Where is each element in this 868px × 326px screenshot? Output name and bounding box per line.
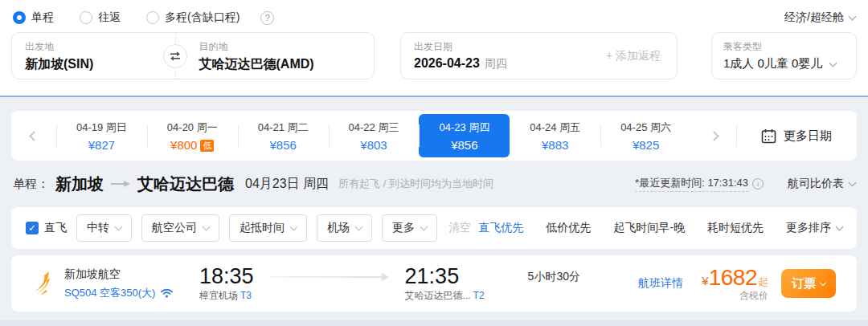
transfer-label: 中转 [87,221,109,235]
add-return-button[interactable]: + 添加返程 [606,49,661,63]
date-weekday: 周四 [485,57,507,70]
next-dates-button[interactable] [691,111,736,161]
departure-city[interactable]: 新加坡(SIN) [25,56,175,73]
singapore-airlines-logo [32,271,53,296]
chevron-down-icon [836,223,844,231]
cabin-class-dropdown[interactable]: 经济/超经舱 [784,10,855,25]
question-icon[interactable]: ? [260,11,274,25]
arrival-block: 21:35 艾哈迈达巴德...T2 [405,265,485,303]
radio-selected-icon[interactable] [13,11,26,24]
radio-multi-city[interactable]: 多程(含缺口程) [146,10,240,25]
sort-cheapest[interactable]: 低价优先 [546,221,591,235]
date-value[interactable]: 2026-04-23 [414,56,480,70]
trip-type-row: 单程 往返 多程(含缺口程) ? 经济/超经舱 [0,0,868,25]
airline-filter-label: 航空公司 [152,221,197,235]
last-updated-time: *最近更新时间: 17:31:43 [635,176,748,192]
chevron-right-icon [709,131,719,141]
date-cell-date: 04-23 周四 [439,120,489,135]
summary-from-city: 新加坡 [55,173,104,195]
date-cell-price: ¥803 [360,138,387,152]
chevron-down-icon [849,13,857,21]
swap-cities-icon[interactable] [163,44,187,68]
date-cell-selected[interactable]: 04-23 周四 ¥856 [419,114,510,157]
chevron-down-icon [290,223,298,231]
search-section: 单程 往返 多程(含缺口程) ? 经济/超经舱 出发地 新加坡(SIN) [0,0,868,97]
multi-city-label: 多程(含缺口程) [165,10,240,25]
date-cell-price: ¥825 [633,138,659,152]
date-cell-date: 04-19 周日 [76,120,127,135]
info-icon[interactable]: i [752,178,764,189]
passenger-type-box[interactable]: 乘客类型 1成人 0儿童 0婴儿 [711,32,857,79]
radio-icon[interactable] [146,11,159,24]
date-cell[interactable]: 04-20 周一 ¥800低 [147,111,238,161]
flight-search-page: 单程 往返 多程(含缺口程) ? 经济/超经舱 出发地 新加坡(SIN) [0,0,868,326]
compare-label: 航司比价表 [788,177,844,191]
departure-block: 18:35 樟宜机场T3 [199,265,254,303]
summary-date: 04月23日 周四 [245,176,329,193]
sort-duration[interactable]: 耗时短优先 [707,221,764,235]
chevron-down-icon [849,179,857,187]
direct-flight-checkbox[interactable]: ✓ 直飞 [26,221,67,235]
departure-time: 18:35 [199,265,254,287]
sort-more-label: 更多排序 [786,221,831,235]
more-dates-button[interactable]: 更多日期 [736,111,857,161]
sort-departure-time[interactable]: 起飞时间早-晚 [613,221,685,235]
radio-one-way[interactable]: 单程 [13,10,54,25]
destination-city[interactable]: 艾哈迈达巴德(AMD) [199,56,375,73]
next-row-edge [0,320,868,326]
date-cell[interactable]: 04-25 周六 ¥825 [600,111,691,161]
filter-airport-dropdown[interactable]: 机场 [317,214,372,242]
prev-dates-button[interactable] [11,111,56,161]
flight-details-link[interactable]: 航班详情 [638,276,683,291]
direct-label: 直飞 [44,221,67,235]
date-cell-price: ¥856 [269,138,296,152]
date-cell[interactable]: 04-24 周五 ¥883 [510,111,600,161]
date-cell-date: 04-24 周五 [530,120,580,135]
date-cell-date: 04-22 周三 [349,120,399,135]
filter-airline-dropdown[interactable]: 航空公司 [141,214,219,242]
departure-terminal: T3 [240,290,252,301]
date-cell[interactable]: 04-22 周三 ¥803 [329,111,420,161]
date-cell-date: 04-21 周二 [258,120,309,135]
destination-field[interactable]: 目的地 艾哈迈达巴德(AMD) [175,33,375,79]
chevron-down-icon [820,279,826,285]
radio-icon[interactable] [80,11,92,24]
date-cell[interactable]: 04-19 周日 ¥827 [56,111,147,161]
airline-price-compare-dropdown[interactable]: 航司比价表 [788,177,855,191]
sort-direct-first[interactable]: 直飞优先 [478,221,523,235]
airline-name: 新加坡航空 [64,267,199,282]
route-arrow-icon [110,180,131,188]
filter-more-dropdown[interactable]: 更多 [382,214,437,242]
departure-field[interactable]: 出发地 新加坡(SIN) [12,33,175,79]
clear-filters-button[interactable]: 清空 [448,221,471,235]
price-from-suffix: 起 [759,276,768,287]
departure-date-box[interactable]: 出发日期 2026-04-23周四 + 添加返程 [400,32,678,79]
departure-label: 出发地 [25,40,175,54]
book-button[interactable]: 订票 [781,269,836,298]
checkbox-checked-icon[interactable]: ✓ [26,222,39,234]
date-cell[interactable]: 04-21 周二 ¥856 [238,111,329,161]
tax-included-note: 含税价 [702,289,768,303]
local-time-note: 所有起飞 / 到达时间均为当地时间 [338,177,493,191]
flight-number[interactable]: SQ504 空客350(大) [64,286,155,300]
flight-result-row[interactable]: 新加坡航空 SQ504 空客350(大) 18:35 樟宜机场T3 21:35 … [11,255,857,312]
city-pair-box: 出发地 新加坡(SIN) 目的地 艾哈迈达巴德(AMD) [11,32,375,79]
destination-label: 目的地 [199,40,375,54]
sort-options: 直飞优先 低价优先 起飞时间早-晚 耗时短优先 更多排序 [478,221,842,235]
date-price-strip: 04-19 周日 ¥827 04-20 周一 ¥800低 04-21 周二 ¥8… [11,111,857,161]
chevron-down-icon [203,223,211,231]
route-line-arrow [270,273,389,281]
sort-more-dropdown[interactable]: 更多排序 [786,221,842,235]
currency-symbol: ¥ [702,274,708,287]
filter-transfer-dropdown[interactable]: 中转 [76,214,132,242]
chevron-down-icon [420,223,428,231]
chevron-down-icon [115,223,123,231]
passenger-value[interactable]: 1成人 0儿童 0婴儿 [723,56,822,71]
radio-round-trip[interactable]: 往返 [80,10,121,25]
date-cell-price: ¥800低 [170,138,214,152]
more-dates-label: 更多日期 [784,128,832,144]
filter-time-dropdown[interactable]: 起抵时间 [229,214,307,242]
chevron-left-icon [29,131,39,141]
passenger-label: 乘客类型 [723,40,856,54]
date-cell-price: ¥856 [451,138,477,152]
